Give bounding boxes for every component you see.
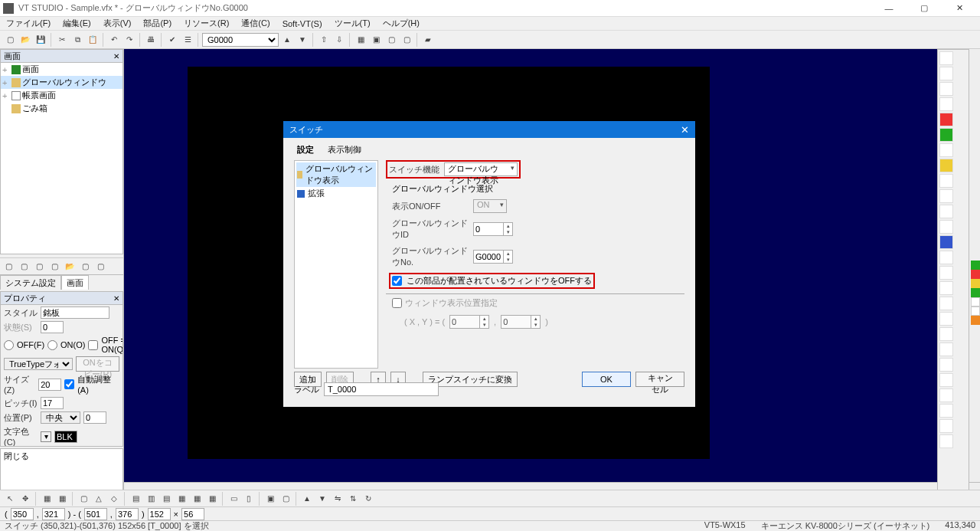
pal-d-icon[interactable] (939, 220, 953, 234)
menu-softvt[interactable]: Soft-VT(S) (279, 18, 325, 29)
lt-a-icon[interactable]: ▢ (2, 260, 15, 274)
cancel-button[interactable]: キャンセル (635, 372, 684, 387)
align-r-icon[interactable]: ▤ (159, 492, 173, 506)
gwid-spinner[interactable]: ▴▾ (473, 222, 513, 236)
pal-q-icon[interactable] (939, 419, 953, 433)
bb-e-icon[interactable]: ◇ (107, 492, 121, 506)
align-t-icon[interactable]: ▦ (175, 492, 188, 506)
pal-r-icon[interactable] (939, 434, 953, 448)
bb-b-icon[interactable]: ▦ (55, 492, 69, 506)
list-item-extend[interactable]: 拡張 (296, 187, 376, 200)
paste-icon[interactable]: 📋 (86, 33, 100, 47)
list-item-global-window[interactable]: グローバルウィンドウ表示 (296, 162, 376, 187)
lt-b-icon[interactable]: ▢ (17, 260, 31, 274)
open-icon[interactable]: 📂 (18, 33, 32, 47)
pal-text-icon[interactable] (939, 159, 953, 172)
menu-edit[interactable]: 編集(E) (60, 17, 94, 30)
expand-icon[interactable]: + (2, 91, 10, 100)
mp-white[interactable] (971, 297, 980, 306)
w-input[interactable] (148, 508, 171, 520)
flip-v-icon[interactable]: ⇅ (346, 492, 360, 506)
pal-b-icon[interactable] (939, 189, 953, 203)
align-l-icon[interactable]: ▤ (129, 492, 142, 506)
nav-up-icon[interactable]: ▲ (280, 33, 294, 47)
bb-c-icon[interactable]: ▢ (77, 492, 90, 506)
mp-yellow[interactable] (971, 279, 980, 288)
dist-v-icon[interactable]: ▯ (242, 492, 256, 506)
back-icon[interactable]: ▼ (315, 492, 329, 506)
pal-ellipse-icon[interactable] (939, 97, 953, 111)
menu-view[interactable]: 表示(V) (100, 17, 135, 30)
print-icon[interactable]: 🖶 (144, 33, 158, 47)
align-c-icon[interactable]: ▥ (144, 492, 158, 506)
dialog-titlebar[interactable]: スイッチ ✕ (283, 121, 695, 138)
pause-icon[interactable]: ▢ (400, 33, 413, 47)
size-input[interactable] (38, 379, 61, 391)
auto-checkbox[interactable] (64, 379, 74, 389)
gwno-spinner[interactable]: ▴▾ (473, 250, 513, 264)
ok-button[interactable]: OK (582, 372, 631, 387)
pal-j-icon[interactable] (939, 312, 953, 326)
pal-e-icon[interactable] (939, 235, 953, 249)
gwid-input[interactable] (474, 223, 503, 235)
offon-checkbox[interactable] (88, 340, 98, 350)
bb-a-icon[interactable]: ▦ (40, 492, 54, 506)
pal-g-icon[interactable] (939, 266, 953, 280)
pal-rect-icon[interactable] (939, 67, 953, 80)
front-icon[interactable]: ▲ (300, 492, 314, 506)
save-icon[interactable]: 💾 (34, 33, 47, 47)
color-value[interactable] (54, 431, 77, 443)
menu-parts[interactable]: 部品(P) (140, 17, 175, 30)
menu-resource[interactable]: リソース(R) (181, 17, 232, 30)
gwno-input[interactable] (474, 251, 503, 263)
move-icon[interactable]: ✥ (18, 492, 32, 506)
x2-input[interactable] (84, 508, 107, 520)
window-pos-checkbox[interactable] (392, 298, 402, 308)
close-box[interactable]: 閉じる (0, 448, 123, 494)
rotate-icon[interactable]: ↻ (361, 492, 375, 506)
minimize-button[interactable]: — (877, 2, 900, 15)
expand-icon[interactable]: + (2, 65, 10, 74)
y1-input[interactable] (42, 508, 65, 520)
dist-h-icon[interactable]: ▭ (227, 492, 240, 506)
label-input[interactable] (324, 382, 439, 396)
tab-settings[interactable]: 設定 (296, 143, 315, 157)
pal-h-icon[interactable] (939, 281, 953, 295)
style-input[interactable] (41, 306, 109, 319)
close-button[interactable]: ✕ (948, 2, 971, 15)
undo-icon[interactable]: ↶ (107, 33, 121, 47)
pos-num-input[interactable] (83, 411, 106, 424)
run-icon[interactable]: ▦ (354, 33, 368, 47)
stop-icon[interactable]: ▢ (384, 33, 398, 47)
cursor-icon[interactable]: ↖ (3, 492, 17, 506)
check-icon[interactable]: ✔ (165, 33, 179, 47)
tree-item-trash[interactable]: ごみ箱 (1, 102, 122, 115)
lt-f-icon[interactable]: ▢ (78, 260, 92, 274)
list-icon[interactable]: ☰ (181, 33, 194, 47)
font-select[interactable]: TrueTypeフォント (4, 358, 73, 370)
expand-icon[interactable]: + (2, 78, 10, 87)
maximize-button[interactable]: ▢ (913, 2, 936, 15)
mp-white2[interactable] (971, 306, 980, 316)
pal-k-icon[interactable] (939, 327, 953, 341)
pal-i-icon[interactable] (939, 297, 953, 310)
dialog-close-icon[interactable]: ✕ (681, 124, 689, 136)
tab-system[interactable]: システム設定 (0, 275, 61, 290)
pal-p-icon[interactable] (939, 404, 953, 418)
y2-input[interactable] (116, 508, 139, 520)
monitor-icon[interactable]: ▣ (369, 33, 383, 47)
menu-tool[interactable]: ツール(T) (332, 17, 374, 30)
menu-comm[interactable]: 通信(C) (238, 17, 273, 30)
lt-g-icon[interactable]: ▢ (93, 260, 107, 274)
pal-poly-icon[interactable] (939, 82, 953, 96)
lt-c-icon[interactable]: ▢ (32, 260, 46, 274)
bb-d-icon[interactable]: △ (92, 492, 106, 506)
pal-a-icon[interactable] (939, 174, 953, 188)
flip-h-icon[interactable]: ⇋ (331, 492, 345, 506)
screen-panel-close-icon[interactable]: ✕ (113, 52, 119, 61)
pal-c-icon[interactable] (939, 205, 953, 218)
pal-l-icon[interactable] (939, 343, 953, 356)
pal-num-icon[interactable] (939, 143, 953, 157)
page-select[interactable]: G0000 (202, 33, 279, 47)
tab-display-control[interactable]: 表示制御 (326, 143, 363, 157)
